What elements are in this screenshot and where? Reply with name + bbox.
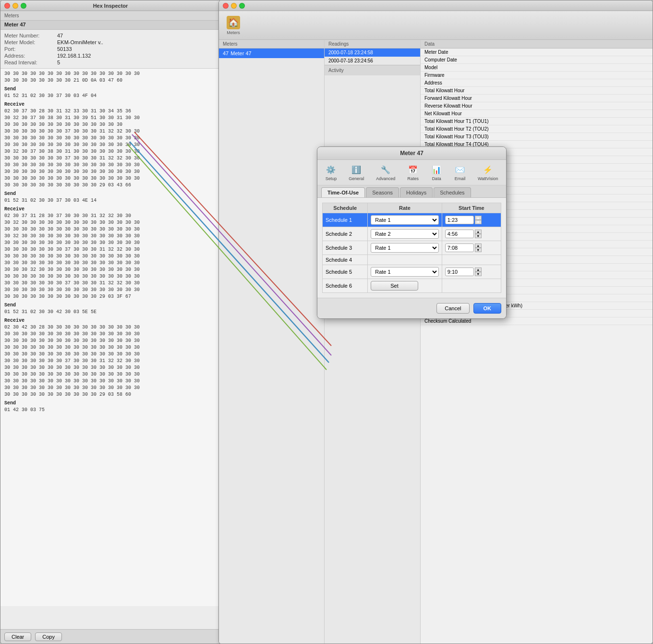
general-tool-button[interactable]: ℹ️ General [346, 163, 367, 182]
schedule-name-cell: Schedule 2 [323, 227, 368, 241]
setup-icon: ⚙️ [325, 164, 337, 175]
time-stepper[interactable]: ▲▼ [475, 216, 482, 224]
data-item[interactable]: Net Kilowatt Hour [421, 110, 653, 118]
time-stepper[interactable]: ▲▼ [475, 230, 482, 238]
dialog-tab-bar: Time-Of-Use Seasons Holidays Schedules [317, 185, 506, 198]
rates-tool-button[interactable]: 📅 Rates [404, 163, 422, 182]
schedule-name-cell: Schedule 6 [323, 279, 368, 293]
rate-select[interactable]: Rate 1Rate 2Rate 3Rate 4 [371, 243, 438, 253]
stepper-up[interactable]: ▲ [475, 216, 482, 220]
tab-time-of-use[interactable]: Time-Of-Use [321, 187, 365, 197]
maximize-button[interactable] [21, 3, 26, 9]
time-input[interactable] [445, 230, 474, 238]
tab-schedules[interactable]: Schedules [434, 187, 471, 197]
stepper-down[interactable]: ▼ [475, 234, 482, 238]
main-close-button[interactable] [223, 3, 229, 9]
hex-inspector-window: Hex Inspector Meters Meter 47 Meter Numb… [0, 0, 221, 644]
dialog-toolbar: ⚙️ Setup ℹ️ General 🔧 Advanced 📅 Rates 📊… [317, 160, 506, 185]
hex-line: 30 30 30 30 30 30 30 30 21 0D 0A 03 47 6… [4, 77, 217, 84]
table-row[interactable]: Schedule 4 [323, 255, 501, 265]
table-row[interactable]: Schedule 5Rate 1Rate 2Rate 3Rate 4▲▼ [323, 265, 501, 279]
table-row[interactable]: Schedule 3Rate 1Rate 2Rate 3Rate 4▲▼ [323, 241, 501, 255]
meter-list-item[interactable]: 47 Meter 47 [219, 49, 324, 58]
data-tool-button[interactable]: 📊 Data [428, 163, 445, 182]
hex-section-label: Send [4, 400, 217, 407]
stepper-down[interactable]: ▼ [475, 220, 482, 224]
email-icon: ✉️ [454, 164, 466, 175]
port-label: Port: [4, 46, 57, 52]
time-input[interactable] [445, 216, 474, 224]
main-toolbar: 🏠 Meters [219, 11, 653, 40]
main-minimize-button[interactable] [231, 3, 237, 9]
time-stepper[interactable]: ▲▼ [475, 243, 482, 252]
reading-item[interactable]: 2000-07-18 23:24:56 [325, 57, 420, 65]
rate-select[interactable]: Rate 1Rate 2Rate 3Rate 4 [371, 215, 438, 225]
meters-toolbar-icon[interactable]: 🏠 Meters [224, 16, 243, 35]
rate-select[interactable]: Rate 1Rate 2Rate 3Rate 4 [371, 267, 438, 277]
time-stepper[interactable]: ▲▼ [475, 267, 482, 276]
table-row[interactable]: Schedule 2Rate 1Rate 2Rate 3Rate 4▲▼ [323, 227, 501, 241]
data-panel: Data Meter DateComputer DateModelFirmwar… [421, 40, 653, 644]
data-item[interactable]: Total Kilowatt Hour T1 (TOU1) [421, 118, 653, 125]
time-input[interactable] [445, 243, 474, 252]
reading-item[interactable]: 2000-07-18 23:24:58 [325, 49, 420, 57]
data-item[interactable]: Computer Date [421, 56, 653, 64]
meter-dialog: Meter 47 ⚙️ Setup ℹ️ General 🔧 Advanced … [317, 146, 507, 319]
close-button[interactable] [4, 3, 10, 9]
table-row[interactable]: Schedule 6Set [323, 279, 501, 293]
hex-line: 30 30 30 30 30 30 30 30 30 30 30 30 30 3… [4, 142, 217, 148]
data-item[interactable]: Model [421, 64, 653, 72]
hex-section-label: Receive [4, 206, 217, 213]
main-maximize-button[interactable] [239, 3, 245, 9]
meters-panel: Meters 47 Meter 47 [219, 40, 325, 644]
hex-line: 30 30 30 30 30 30 30 30 30 30 30 30 30 3… [4, 371, 217, 378]
stepper-down[interactable]: ▼ [475, 248, 482, 252]
meter-name-label: Meter 47 [0, 21, 220, 30]
tab-seasons[interactable]: Seasons [366, 187, 399, 197]
hex-section-label: Send [4, 191, 217, 197]
email-tool-button[interactable]: ✉️ Email [451, 163, 469, 182]
time-input[interactable] [445, 267, 474, 276]
set-button[interactable]: Set [371, 281, 418, 291]
activity-bar: Activity [325, 65, 420, 75]
data-item[interactable]: Total Kilowatt Hour T2 (TOU2) [421, 125, 653, 133]
clear-button[interactable]: Clear [4, 632, 31, 641]
hex-line: 30 30 30 30 30 30 30 30 30 30 30 30 30 3… [4, 122, 217, 128]
data-item[interactable]: Total Kilowatt Hour T3 (TOU3) [421, 133, 653, 141]
data-item[interactable]: Address [421, 79, 653, 87]
stepper-up[interactable]: ▲ [475, 230, 482, 234]
stepper-up[interactable]: ▲ [475, 267, 482, 272]
data-item[interactable]: Firmware [421, 72, 653, 79]
hex-line: 30 30 30 30 30 30 30 37 30 30 30 31 32 3… [4, 155, 217, 162]
empty-time-cell [442, 255, 501, 265]
copy-button[interactable]: Copy [35, 632, 62, 641]
hex-section-label: Send [4, 302, 217, 309]
hex-line: 30 30 30 30 30 30 30 30 30 30 30 30 30 3… [4, 287, 217, 293]
meter-number-label: Meter Number: [4, 33, 57, 38]
rate-cell: Rate 1Rate 2Rate 3Rate 4 [368, 265, 442, 279]
empty-time-cell [442, 279, 501, 293]
rate-cell: Rate 1Rate 2Rate 3Rate 4 [368, 213, 442, 227]
data-item[interactable]: Total Kilowatt Hour [421, 87, 653, 95]
setup-tool-button[interactable]: ⚙️ Setup [322, 163, 339, 182]
ok-button[interactable]: OK [473, 303, 502, 314]
stepper-down[interactable]: ▼ [475, 272, 482, 276]
table-row[interactable]: Schedule 1Rate 1Rate 2Rate 3Rate 4▲▼ [323, 213, 501, 227]
cancel-button[interactable]: Cancel [436, 303, 469, 314]
dialog-footer: Cancel OK [317, 298, 506, 318]
hex-section-label: Receive [4, 101, 217, 108]
data-item[interactable]: Forward Kilowatt Hour [421, 95, 653, 102]
rate-select[interactable]: Rate 1Rate 2Rate 3Rate 4 [371, 229, 438, 239]
wattvision-tool-button[interactable]: ⚡ WattVision [475, 163, 501, 182]
stepper-up[interactable]: ▲ [475, 243, 482, 248]
port-value: 50133 [57, 46, 217, 52]
email-label: Email [455, 176, 466, 181]
data-item[interactable]: Meter Date [421, 49, 653, 56]
minimize-button[interactable] [12, 3, 18, 9]
meter-item-name: Meter 47 [230, 50, 251, 56]
advanced-tool-button[interactable]: 🔧 Advanced [373, 163, 398, 182]
hex-line: 30 32 30 37 30 38 30 31 30 30 30 30 30 3… [4, 148, 217, 155]
hex-line: 30 30 30 30 30 30 30 30 30 30 30 29 03 4… [4, 182, 217, 189]
tab-holidays[interactable]: Holidays [400, 187, 433, 197]
data-item[interactable]: Reverse Kilowatt Hour [421, 102, 653, 110]
